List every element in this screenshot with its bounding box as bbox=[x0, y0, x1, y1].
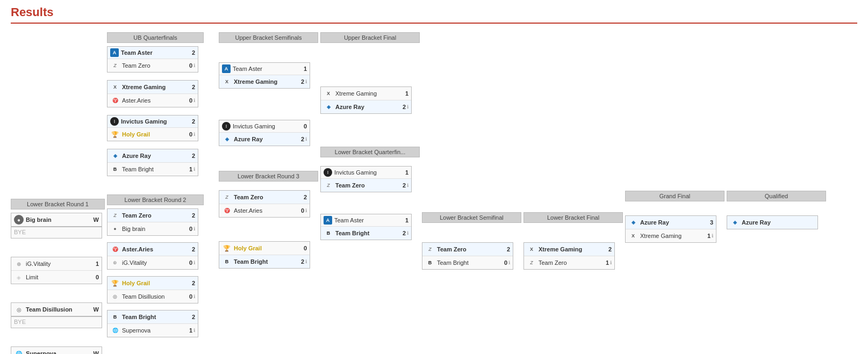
lb1-match4: 🌐 Supernova W BYE bbox=[11, 346, 105, 354]
lb3-header: Lower Bracket Round 3 bbox=[219, 171, 318, 182]
azureray-icon4: ◈ bbox=[628, 218, 638, 227]
page-title: Results bbox=[11, 5, 857, 24]
zero-icon: Z bbox=[110, 61, 120, 70]
team-name: Team Zero bbox=[437, 246, 501, 252]
zero-icon5: Z bbox=[425, 244, 435, 254]
qualified-team-name: Azure Ray bbox=[742, 219, 815, 226]
zero-icon6: Z bbox=[527, 258, 536, 268]
team-name: Supernova bbox=[26, 350, 90, 354]
team-name: Azure Ray bbox=[335, 104, 397, 110]
team-name: Team Aster bbox=[121, 49, 186, 56]
team-name: Team Disillusion bbox=[26, 306, 90, 313]
bigbrain-icon2: ● bbox=[110, 224, 120, 234]
azureray-icon2: ◈ bbox=[222, 134, 232, 144]
lbf-match: X Xtreme Gaming 2 Z Team Zero 1 ℹ bbox=[523, 242, 623, 270]
gf-header: Grand Final bbox=[625, 191, 724, 201]
col-lbs: Lower Bracket Semifinal Z Team Zero 2 B … bbox=[422, 212, 521, 272]
ubf-match: X Xtreme Gaming 1 ◈ Azure Ray 2 ℹ bbox=[320, 86, 420, 114]
aster-icon2: A bbox=[222, 64, 231, 73]
lbq-match1: I Invictus Gaming 1 Z Team Zero 2 ℹ bbox=[320, 166, 420, 192]
lb2-header: Lower Bracket Round 2 bbox=[107, 194, 204, 205]
azureray-icon3: ◈ bbox=[324, 102, 333, 112]
ubq-match3: I Invictus Gaming 2 🏆 Holy Grail 0 ℹ bbox=[107, 115, 204, 141]
ubf-header: Upper Bracket Final bbox=[320, 32, 420, 43]
team-name: Azure Ray bbox=[234, 136, 296, 142]
col-gf: Grand Final ◈ Azure Ray 3 X Xtreme Gamin… bbox=[625, 191, 724, 245]
lbq-match2: A Team Aster 1 B Team Bright 2 ℹ bbox=[320, 214, 420, 240]
team-name: Big brain bbox=[26, 216, 90, 223]
azureray-icon5: ◈ bbox=[730, 218, 740, 227]
invictus-icon3: I bbox=[324, 168, 332, 177]
aster-icon3: A bbox=[324, 216, 332, 225]
page: Results Lower Bracket Round 1 ● Big brai… bbox=[11, 5, 857, 354]
bright-icon2: B bbox=[110, 312, 120, 322]
team-name: Xtreme Gaming bbox=[335, 90, 400, 97]
team-name: Xtreme Gaming bbox=[234, 78, 296, 85]
team-name: Xtreme Gaming bbox=[539, 246, 603, 252]
supernova-icon: 🌐 bbox=[14, 349, 24, 354]
team-name: Holy Grail bbox=[234, 245, 298, 251]
team-name: Xtreme Gaming bbox=[640, 233, 702, 239]
invictus-icon: I bbox=[110, 117, 119, 126]
ubq-match2: X Xtreme Gaming 2 ♈ Aster.Aries 0 ℹ bbox=[107, 80, 204, 107]
team-name: Supernova bbox=[122, 327, 184, 334]
team-name: Team Bright bbox=[234, 258, 296, 265]
holygrail-icon2: 🏆 bbox=[110, 278, 120, 288]
team-name: Team Aster bbox=[334, 217, 400, 223]
col-ubs-lb3: Upper Bracket Semifinals A Team Aster 1 … bbox=[219, 32, 318, 271]
xtreme-icon4: X bbox=[527, 244, 536, 254]
team-name: Team Bright bbox=[122, 314, 186, 320]
lb2-match4: B Team Bright 2 🌐 Supernova 1 ℹ bbox=[107, 310, 204, 337]
aries-icon2: ♈ bbox=[110, 244, 120, 254]
ubq-match4: ◈ Azure Ray 2 B Team Bright 1 ℹ bbox=[107, 149, 204, 176]
bright-icon5: B bbox=[425, 258, 435, 268]
team-name: Aster.Aries bbox=[122, 246, 186, 252]
col-lbf: Lower Bracket Final X Xtreme Gaming 2 Z … bbox=[523, 212, 623, 272]
team-name: Big brain bbox=[122, 226, 184, 232]
col-ubq-lb2: UB Quarterfinals A Team Aster 2 Z Team Z… bbox=[107, 32, 204, 339]
ubs-match1: A Team Aster 1 X Xtreme Gaming 2 ℹ bbox=[219, 62, 318, 89]
ubs-header: Upper Bracket Semifinals bbox=[219, 32, 318, 43]
team-name: Invictus Gaming bbox=[334, 169, 400, 176]
lbf-header: Lower Bracket Final bbox=[523, 212, 623, 223]
zero-icon2: Z bbox=[110, 211, 120, 220]
xtreme-icon3: X bbox=[324, 89, 333, 98]
supernova-icon2: 🌐 bbox=[110, 326, 120, 335]
team-name: Team Zero bbox=[539, 259, 600, 266]
lb1-match2: ⊕ iG.Vitality 1 ◈ Limit 0 bbox=[11, 257, 105, 284]
vitality-icon2: ⊕ bbox=[110, 258, 120, 268]
lb1-header: Lower Bracket Round 1 bbox=[11, 199, 105, 209]
col-ubf-lbq: Upper Bracket Final X Xtreme Gaming 1 ◈ … bbox=[320, 32, 420, 242]
ubs-match2: I Invictus Gaming 0 ◈ Azure Ray 2 ℹ bbox=[219, 120, 318, 146]
bright-icon: B bbox=[110, 164, 120, 174]
bright-icon3: B bbox=[222, 257, 232, 266]
team-name: Holy Grail bbox=[122, 131, 184, 138]
lb1-match3: ◎ Team Disillusion W BYE bbox=[11, 302, 105, 328]
zero-icon3: Z bbox=[222, 192, 232, 202]
team-name: Aster.Aries bbox=[122, 97, 184, 104]
lb2-match3: 🏆 Holy Grail 2 ◎ Team Disillusion 0 ℹ bbox=[107, 276, 204, 304]
team-name: Team Aster bbox=[233, 66, 298, 72]
lb2-match2: ♈ Aster.Aries 2 ⊕ iG.Vitality 0 ℹ bbox=[107, 242, 204, 270]
lbq-header: Lower Bracket Quarterfin... bbox=[320, 147, 420, 157]
lbs-header: Lower Bracket Semifinal bbox=[422, 212, 521, 223]
aries-icon: ♈ bbox=[110, 96, 120, 105]
team-name: Invictus Gaming bbox=[233, 123, 298, 129]
team-name: Team Disillusion bbox=[122, 293, 184, 300]
team-name: Limit bbox=[26, 274, 90, 280]
team-name: Team Bright bbox=[437, 259, 499, 266]
team-name: Invictus Gaming bbox=[121, 118, 186, 125]
lb2-match1: Z Team Zero 2 ● Big brain 0 ℹ bbox=[107, 208, 204, 236]
team-name: Team Zero bbox=[122, 212, 186, 219]
holygrail-icon3: 🏆 bbox=[222, 243, 232, 253]
team-name: iG.Vitality bbox=[26, 261, 90, 267]
col-lb1: Lower Bracket Round 1 ● Big brain W BYE bbox=[11, 199, 105, 354]
qualified-box: ◈ Azure Ray bbox=[727, 215, 826, 229]
team-name: Team Zero bbox=[234, 194, 298, 200]
xtreme-icon2: X bbox=[222, 77, 232, 86]
xtreme-icon5: X bbox=[628, 231, 638, 241]
bigbrain-icon: ● bbox=[14, 215, 24, 225]
team-name: Xtreme Gaming bbox=[122, 84, 186, 90]
ubq-header: UB Quarterfinals bbox=[107, 32, 204, 43]
holygrail-icon: 🏆 bbox=[110, 129, 120, 139]
